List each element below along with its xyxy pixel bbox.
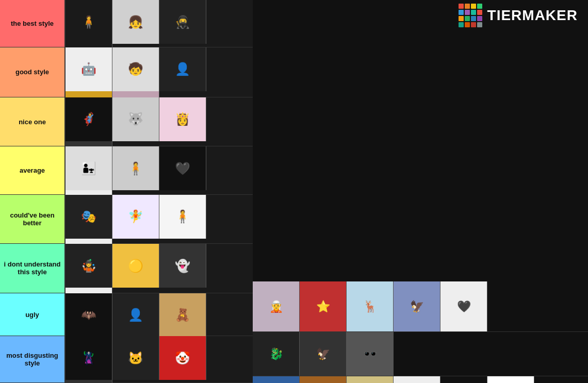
tier-row-nice: nice one 🦸 🐺 👸 🐾	[0, 97, 253, 146]
tier-cell: 👨‍👧	[66, 146, 112, 190]
tier-cell: 🧍	[112, 146, 159, 190]
right-row-good	[253, 79, 588, 131]
character-avatar: 👻	[161, 244, 205, 288]
tier-cell: 🦇	[66, 293, 112, 337]
character-avatar: 👸	[161, 97, 205, 141]
tier-cell: 🖤	[440, 281, 487, 331]
tier-cell: 🐉	[253, 332, 300, 376]
character-avatar: 🐱	[114, 336, 158, 380]
tier-label-good: good style	[0, 47, 64, 97]
tier-images-best: 🧍 👧 🥷 👫	[64, 0, 253, 47]
character-avatar: 🦸	[67, 97, 111, 141]
right-row-best	[253, 31, 588, 79]
header-area: TiERMAKER	[253, 0, 588, 31]
tier-cell: 🦅	[394, 281, 440, 331]
logo-cell	[459, 4, 464, 9]
logo-cell	[459, 16, 464, 21]
tier-cell: 👤	[112, 293, 159, 337]
character-avatar: 🎭	[67, 195, 111, 239]
character-avatar: 🕶️	[363, 347, 377, 361]
tier-cell: 🤹	[66, 244, 112, 288]
tier-label-average: average	[0, 146, 64, 194]
tier-cell: 🍔	[66, 380, 112, 383]
tier-cell: 🤡	[159, 336, 206, 380]
character-avatar: 🧚	[114, 195, 158, 239]
right-row-average	[253, 181, 588, 231]
tier-cell: 🧍	[159, 195, 206, 239]
logo-cell	[477, 4, 482, 9]
tier-images-good: 🤖 🧒 👤 🐱 💃	[64, 47, 253, 97]
character-avatar: 🟡	[114, 244, 158, 288]
character-avatar: 🦅	[410, 300, 424, 313]
tier-cell: 🚶	[440, 376, 487, 383]
tier-cell: 🧝	[253, 281, 300, 331]
tier-row-ugly: ugly 🦇 👤 🧸 🕴️	[0, 293, 253, 337]
logo-cell	[459, 10, 464, 15]
right-overflow-area: 🧝 ⭐ 🦌 🦅 🖤 🐉	[253, 31, 588, 383]
tier-label-best: the best style	[0, 0, 64, 47]
character-avatar: 🥷	[161, 0, 205, 44]
tier-label-dont: i dont understand this style	[0, 244, 64, 292]
tier-images-ugly: 🦇 👤 🧸 🕴️	[64, 293, 253, 336]
tier-cell: 🟡	[112, 244, 159, 288]
main-container: the best style 🧍 👧 🥷 👫 good style	[0, 0, 588, 383]
right-row-dont: 🧝 ⭐ 🦌 🦅 🖤	[253, 281, 588, 332]
character-avatar: 🧝	[269, 300, 283, 313]
tier-cell: 👧	[112, 0, 159, 44]
logo-cell	[477, 16, 482, 21]
right-row-disgusting: 🏃 🐒 🧍 👤 🚶 🧍	[253, 376, 588, 383]
tier-row-best: the best style 🧍 👧 🥷 👫	[0, 0, 253, 47]
tier-cell: 🏃	[253, 376, 300, 383]
logo-cell	[465, 16, 470, 21]
character-avatar: 🤹	[67, 244, 111, 288]
tier-cell: 🐒	[300, 376, 347, 383]
tier-cell: 🧍	[487, 376, 534, 383]
tier-cell: 🐺	[112, 97, 159, 141]
character-avatar: 🧸	[161, 293, 205, 337]
logo-cell	[465, 22, 470, 27]
tier-list: the best style 🧍 👧 🥷 👫 good style	[0, 0, 253, 383]
character-avatar: 🤡	[161, 336, 205, 380]
character-avatar: 🍔	[67, 380, 111, 383]
character-avatar: 🖤	[161, 146, 205, 190]
character-avatar: 🦌	[363, 300, 377, 313]
tier-cell: 🦅	[300, 332, 347, 376]
tier-cell: 👤	[159, 47, 206, 91]
tier-cell: 🦌	[347, 281, 394, 331]
right-row-nice	[253, 131, 588, 181]
tier-row-could: could've been better 🎭 🧚 🧍 🤸	[0, 195, 253, 244]
tier-cell: 🐱	[112, 336, 159, 380]
logo-cell	[471, 4, 476, 9]
tier-row-good: good style 🤖 🧒 👤 🐱 💃	[0, 47, 253, 97]
logo-cell	[465, 10, 470, 15]
logo-cell	[471, 22, 476, 27]
character-avatar: 🐉	[269, 347, 283, 361]
character-avatar: 🧍	[114, 146, 158, 190]
logo-cell	[459, 22, 464, 27]
tier-cell: 👤	[394, 376, 440, 383]
character-avatar: 👨‍👧	[67, 146, 111, 190]
tier-cell: 🧍	[347, 376, 394, 383]
tier-label-ugly: ugly	[0, 293, 64, 336]
tier-cell: 👸	[159, 97, 206, 141]
character-avatar: 👤	[114, 293, 158, 337]
logo-cell	[477, 10, 482, 15]
logo-cell	[471, 10, 476, 15]
tier-label-nice: nice one	[0, 97, 64, 146]
tier-cell: ⭐	[300, 281, 347, 331]
right-row-ugly: 🐉 🦅 🕶️	[253, 332, 588, 376]
right-row-could	[253, 231, 588, 281]
character-avatar: ⭐	[316, 300, 330, 313]
tier-images-dont: 🤹 🟡 👻 💐	[64, 244, 253, 292]
tier-row-dont: i dont understand this style 🤹 🟡 👻 💐	[0, 244, 253, 293]
tier-cell: 🎭	[66, 195, 112, 239]
character-avatar: 🧒	[114, 47, 158, 91]
character-avatar: 🧍	[67, 0, 111, 44]
right-panel: TiERMAKER 🧝 ⭐	[253, 0, 588, 383]
logo-cell	[471, 16, 476, 21]
character-avatar: 🐺	[114, 97, 158, 141]
tier-cell: 👻	[159, 244, 206, 288]
character-avatar: 👤	[161, 47, 205, 91]
tier-row-disgusting: most disgusting style 🦹 🐱 🤡 🍔	[0, 336, 253, 383]
tier-images-could: 🎭 🧚 🧍 🤸	[64, 195, 253, 243]
